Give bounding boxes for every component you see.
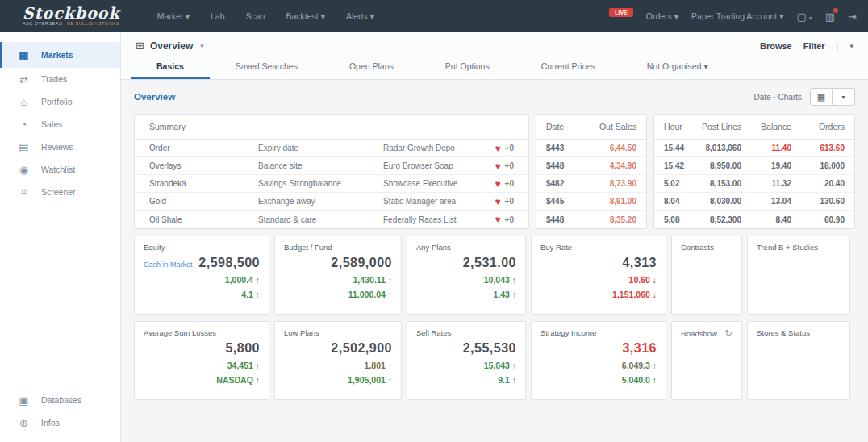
row-badge: +0 xyxy=(505,215,514,224)
view-button-group: ▦ ▾ xyxy=(810,88,855,106)
home-icon: ⌂ xyxy=(18,96,30,108)
table-row[interactable]: Order Expiry date Radar Growth Depo ♥+0 xyxy=(135,140,528,157)
row-desc1: Expiry date xyxy=(258,144,383,152)
tab-basics[interactable]: Basics xyxy=(131,61,210,79)
tab-saved-searches[interactable]: Saved Searches xyxy=(210,61,323,79)
cell-orders: 130.60 xyxy=(791,197,845,206)
sidebar-item-databases[interactable]: ▣ Databases xyxy=(0,389,120,411)
calendar-icon[interactable]: ▢▾ xyxy=(796,10,812,23)
sidebar-item-portfolio[interactable]: ⌂ Portfolio xyxy=(0,90,120,113)
row-desc2: Euro Browser Soap xyxy=(383,161,482,170)
card-trend-line: 34,451 ↑ xyxy=(144,361,260,370)
cell-outsale: 8,35.20 xyxy=(586,215,636,224)
row-desc2: Static Manager area xyxy=(383,197,482,206)
table-row[interactable]: $445 8,91.00 xyxy=(536,193,646,211)
swap-icon: ⇄ xyxy=(18,73,30,85)
card-value: 2,589,000 xyxy=(284,256,392,270)
section-title: Overview xyxy=(134,92,175,102)
table-row[interactable]: 5.08 8,52,300 8.40 60.90 xyxy=(654,211,854,228)
logout-icon[interactable]: ⇥ xyxy=(848,10,857,23)
sidebar-item-watchlist[interactable]: ◉ Watchlist xyxy=(0,158,120,181)
eye-icon: ◉ xyxy=(18,164,30,176)
sidebar-item-markets[interactable]: ▦ Markets xyxy=(0,42,120,68)
table-row[interactable]: 5.02 8,153.00 11.32 20.40 xyxy=(654,175,854,193)
sidebar-item-label: Markets xyxy=(41,50,73,60)
card-title: Sell Rates xyxy=(416,328,516,337)
tab-not-organised[interactable]: Not Organised ▾ xyxy=(621,61,734,79)
browse-button[interactable]: Browse xyxy=(760,41,792,51)
cell-balance: 13.04 xyxy=(741,197,791,206)
nav-item-backtest[interactable]: Backtest ▾ xyxy=(286,11,324,21)
cash-in-market-link[interactable]: Cash in Market xyxy=(144,261,193,269)
heart-icon[interactable]: ♥ xyxy=(495,143,500,154)
logout-glyph: ⇥ xyxy=(848,10,857,23)
sidebar-item-label: Infos xyxy=(41,418,60,427)
heart-icon[interactable]: ♥ xyxy=(495,178,500,190)
card-equity: Equity Cash in Market 2,598,500 1,000.4 … xyxy=(134,236,269,315)
table-row[interactable]: 15.44 8,013,060 11.40 613.60 xyxy=(654,140,854,157)
cell-orders: 613.60 xyxy=(791,144,845,152)
sidebar-item-screener[interactable]: ⌗ Screener xyxy=(0,181,120,203)
stat-cards-row-1: Equity Cash in Market 2,598,500 1,000.4 … xyxy=(134,236,855,315)
row-desc2: Federally Races List xyxy=(383,215,482,224)
filter-button[interactable]: Filter xyxy=(803,41,825,51)
card-trend-line: 1,801 ↑ xyxy=(284,361,392,370)
orders-table-header: Hour Post Lines Balance Orders xyxy=(654,115,854,140)
sidebar-item-sales[interactable]: ◔ Sales xyxy=(0,113,120,136)
actions-divider: | xyxy=(837,41,839,51)
nav-item-alerts[interactable]: Alerts ▾ xyxy=(346,11,374,21)
card-sell-rates: Sell Rates 2,55,530 15,043 ↑ 9.1 ↑ xyxy=(407,321,526,400)
table-row[interactable]: 8.04 8,030.00 13.04 130.60 xyxy=(654,193,854,211)
view-options-button[interactable]: ▾ xyxy=(833,88,855,106)
table-row[interactable]: 15.42 8,950.00 19.40 18,000 xyxy=(654,157,854,175)
cell-date: $482 xyxy=(546,179,586,188)
nav-item-scan[interactable]: Scan xyxy=(246,11,265,21)
save-view-button[interactable]: ▦ xyxy=(810,88,833,106)
cell-postlines: 8,950.00 xyxy=(700,161,741,170)
sidebar-item-infos[interactable]: ⊕ Infos xyxy=(0,411,120,434)
page-title-caret-icon[interactable]: ▾ xyxy=(200,42,204,50)
table-row[interactable]: $443 6,44.50 xyxy=(536,140,646,157)
nav-item-market[interactable]: Market ▾ xyxy=(157,11,190,21)
table-row[interactable]: Gold Exchange away Static Manager area ♥… xyxy=(135,193,528,211)
row-name: Overlays xyxy=(149,161,258,170)
nav-item-lab[interactable]: Lab xyxy=(211,11,225,21)
heart-icon[interactable]: ♥ xyxy=(495,196,500,207)
table-row[interactable]: Strandeka Savings Strongbalance Showcase… xyxy=(135,175,528,193)
orders-dropdown[interactable]: Orders ▾ xyxy=(646,11,678,21)
heart-icon[interactable]: ♥ xyxy=(495,214,500,225)
table-row[interactable]: Overlays Balance site Euro Browser Soap … xyxy=(135,157,528,175)
tab-put-options[interactable]: Put Options xyxy=(419,61,515,79)
heart-icon[interactable]: ♥ xyxy=(495,161,500,172)
grid-icon: ▦ xyxy=(18,49,30,61)
actions-caret-icon[interactable]: ▾ xyxy=(849,42,853,50)
analytics-icon[interactable]: ▥ xyxy=(825,10,835,23)
date-charts-label[interactable]: Date · Charts xyxy=(754,93,802,102)
cell-date: $448 xyxy=(546,161,586,170)
cell-outsale: 8,91.00 xyxy=(586,197,636,206)
summary-header-label: Summary xyxy=(149,122,186,131)
sidebar-item-label: Databases xyxy=(41,395,81,405)
account-dropdown[interactable]: Paper Trading Account ▾ xyxy=(691,11,783,21)
cell-balance: 11.32 xyxy=(741,179,791,188)
tab-current-prices[interactable]: Current Prices xyxy=(515,61,621,79)
cell-outsale: 6,44.50 xyxy=(586,144,636,152)
row-desc2: Radar Growth Depo xyxy=(383,144,482,152)
card-average-sum-losses: Average Sum Losses 5,800 34,451 ↑ NASDAQ… xyxy=(134,321,269,400)
table-row[interactable]: Oil Shale Standard & care Federally Race… xyxy=(135,211,528,228)
table-row[interactable]: $482 8,73.90 xyxy=(536,175,646,193)
outsales-table: Date Out Sales $443 6,44.50 $448 4,34.90… xyxy=(536,114,647,229)
table-row[interactable]: $448 4,34.90 xyxy=(536,157,646,175)
summary-table-header: Summary xyxy=(135,115,528,140)
sidebar-item-reviews[interactable]: ▤ Reviews xyxy=(0,136,120,158)
tab-open-plans[interactable]: Open Plans xyxy=(323,61,419,79)
column-header: Out Sales xyxy=(586,122,636,131)
sidebar-item-label: Trades xyxy=(41,74,67,84)
card-trend-line: 4.1 ↑ xyxy=(144,290,260,299)
card-trend-line: 15,043 ↑ xyxy=(416,361,516,370)
sidebar-item-trades[interactable]: ⇄ Trades xyxy=(0,68,120,90)
refresh-icon[interactable]: ↻ xyxy=(725,328,732,339)
table-row[interactable]: $448 8,35.20 xyxy=(536,211,646,228)
card-buy-rate: Buy Rate 4,313 10.60 ↓ 1,151,060 ↓ xyxy=(531,236,666,315)
brand-logo[interactable]: Stockbook ABC OVERSEAS BE BULLISH STOCKS xyxy=(23,6,120,27)
